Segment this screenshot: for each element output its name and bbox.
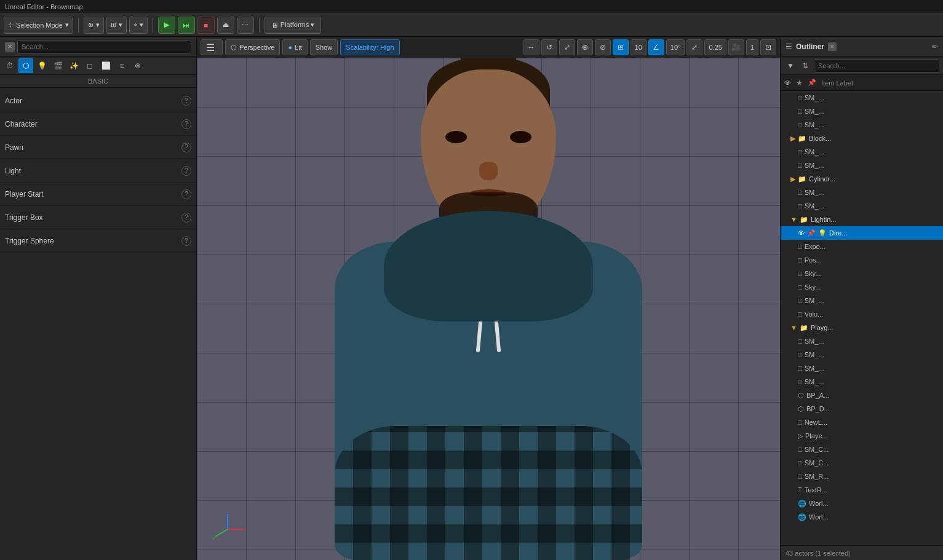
outliner-selected-item[interactable]: 👁 📌 💡 Dire... bbox=[781, 226, 943, 240]
outliner-item[interactable]: □ SM_... bbox=[781, 361, 943, 375]
outliner-item[interactable]: ⬡ BP_D... bbox=[781, 402, 943, 416]
outliner-close-btn[interactable]: ✕ bbox=[828, 42, 837, 51]
eject-btn[interactable]: ⏏ bbox=[217, 17, 234, 34]
outliner-sort-btn[interactable]: ⇅ bbox=[799, 60, 811, 72]
outliner-item[interactable]: □ SM_... bbox=[781, 159, 943, 172]
help-btn-actor[interactable]: ? bbox=[181, 96, 191, 106]
outliner-item[interactable]: □ Volu... bbox=[781, 307, 943, 321]
outliner-folder[interactable]: ▶ 📁 Cylindr... bbox=[781, 172, 943, 186]
close-tab-btn[interactable]: ✕ bbox=[5, 42, 15, 52]
outliner-search-input[interactable] bbox=[814, 59, 939, 73]
outliner-item[interactable]: □ Sky... bbox=[781, 267, 943, 280]
camera-btn[interactable]: ⌖ ▾ bbox=[129, 17, 148, 34]
help-btn-playerstart[interactable]: ? bbox=[181, 189, 191, 199]
outliner-filter-btn[interactable]: ▼ bbox=[784, 60, 797, 72]
stop-btn[interactable]: ■ bbox=[197, 17, 215, 34]
snap-btn[interactable]: ⊞ ▾ bbox=[106, 17, 127, 34]
grid-snap-btn[interactable]: ⊞ bbox=[613, 39, 629, 55]
place-search-input[interactable] bbox=[17, 40, 191, 53]
outliner-item[interactable]: □ SM_... bbox=[781, 294, 943, 307]
grid-size-btn[interactable]: 10 bbox=[631, 39, 647, 55]
viewport-layout-btn[interactable]: ⊡ bbox=[760, 39, 776, 55]
help-btn-triggersphere[interactable]: ? bbox=[181, 236, 191, 246]
outliner-item[interactable]: ▷ Playe... bbox=[781, 429, 943, 443]
help-btn-character[interactable]: ? bbox=[181, 119, 191, 129]
scale-mode-btn[interactable]: ⤢ bbox=[559, 39, 575, 55]
list-item[interactable]: Trigger Sphere ? bbox=[0, 229, 196, 253]
play-btn[interactable]: ▶ bbox=[158, 17, 175, 34]
all-classes-btn[interactable]: ≡ bbox=[114, 58, 129, 73]
outliner-item[interactable]: ⬡ BP_A... bbox=[781, 388, 943, 402]
outliner-item[interactable]: □ SM_... bbox=[781, 91, 943, 105]
camera-speed-btn[interactable]: 🎥 bbox=[728, 39, 744, 55]
translate-mode-btn[interactable]: ↔ bbox=[523, 39, 539, 55]
list-item[interactable]: Light ? bbox=[0, 159, 196, 183]
visual-effects-btn[interactable]: ✨ bbox=[66, 58, 81, 73]
place-icon-toolbar: ⏱ ⬡ 💡 🎬 ✨ ◻ ⬜ ≡ ⊛ bbox=[0, 57, 196, 75]
mesh-icon: □ bbox=[798, 337, 802, 345]
list-item[interactable]: Pawn ? bbox=[0, 136, 196, 159]
basic-btn[interactable]: ⬡ bbox=[18, 58, 33, 73]
list-item[interactable]: Trigger Box ? bbox=[0, 206, 196, 229]
hamburger-btn[interactable]: ☰ bbox=[201, 39, 223, 55]
play-skip-btn[interactable]: ⏭ bbox=[178, 17, 195, 34]
viewport[interactable]: ☰ ⬡ Perspective ● Lit Show Scalability: … bbox=[197, 37, 780, 560]
help-btn-light[interactable]: ? bbox=[181, 166, 191, 176]
scalability-btn[interactable]: Scalability: High bbox=[340, 39, 399, 55]
angle-size-btn[interactable]: 10° bbox=[666, 39, 685, 55]
help-btn-triggerbox[interactable]: ? bbox=[181, 213, 191, 223]
outliner-folder[interactable]: ▶ 📁 Block... bbox=[781, 132, 943, 145]
outliner-folder-lighting[interactable]: ▼ 📁 Lightin... bbox=[781, 213, 943, 226]
outliner-item[interactable]: T TextR... bbox=[781, 483, 943, 497]
viewport-scene[interactable]: X Y Z bbox=[197, 58, 780, 560]
outliner-folder-playg[interactable]: ▼ 📁 Playg... bbox=[781, 321, 943, 334]
outliner-item[interactable]: □ SM_... bbox=[781, 186, 943, 199]
outliner-item[interactable]: □ Sky... bbox=[781, 280, 943, 294]
outliner-item[interactable]: □ SM_... bbox=[781, 105, 943, 118]
outliner-item[interactable]: 🌐 Worl... bbox=[781, 510, 943, 524]
geometry-icon: ◻ bbox=[87, 61, 93, 70]
help-btn-pawn[interactable]: ? bbox=[181, 143, 191, 152]
surface-snapping-btn[interactable]: ⊘ bbox=[595, 39, 611, 55]
outliner-item[interactable]: □ SM_... bbox=[781, 145, 943, 159]
universal-mode-btn[interactable]: ⊕ bbox=[577, 39, 593, 55]
platforms-btn[interactable]: 🖥 Platforms ▾ bbox=[265, 17, 322, 34]
outliner-item[interactable]: □ Expo... bbox=[781, 240, 943, 253]
angle-snap-btn[interactable]: ∠ bbox=[648, 39, 664, 55]
section-label: BASIC bbox=[0, 75, 196, 88]
list-item[interactable]: Character ? bbox=[0, 112, 196, 136]
geometry-btn[interactable]: ◻ bbox=[82, 58, 97, 73]
outliner-item[interactable]: □ SM_... bbox=[781, 334, 943, 348]
outliner-item[interactable]: 🌐 Worl... bbox=[781, 497, 943, 510]
lights-btn[interactable]: 💡 bbox=[34, 58, 49, 73]
outliner-item[interactable]: □ SM_C... bbox=[781, 456, 943, 470]
outliner-item[interactable]: □ SM_R... bbox=[781, 470, 943, 483]
selection-mode-btn[interactable]: ⊹ Selection Mode ▾ bbox=[4, 17, 73, 34]
mesh-icon: □ bbox=[798, 283, 802, 291]
recently-placed-btn[interactable]: ⏱ bbox=[2, 58, 17, 73]
volumes-btn[interactable]: ⬜ bbox=[98, 58, 113, 73]
lit-btn[interactable]: ● Lit bbox=[282, 39, 307, 55]
outliner-item[interactable]: □ Pos... bbox=[781, 253, 943, 267]
list-item[interactable]: Actor ? bbox=[0, 89, 196, 112]
camera-speed-val[interactable]: 1 bbox=[746, 39, 758, 55]
outliner-item[interactable]: □ SM_C... bbox=[781, 443, 943, 456]
outliner-item[interactable]: □ SM_... bbox=[781, 375, 943, 388]
dropdown-arrow-icon: ▾ bbox=[65, 21, 69, 29]
more-btn[interactable]: ⋯ bbox=[237, 17, 254, 34]
cursor-icon: ⊹ bbox=[8, 21, 14, 29]
outliner-item[interactable]: □ NewL... bbox=[781, 416, 943, 429]
sep-3 bbox=[259, 18, 260, 33]
outliner-item[interactable]: □ SM_... bbox=[781, 118, 943, 132]
scale-size-btn[interactable]: 0.25 bbox=[704, 39, 726, 55]
custom-btn[interactable]: ⊛ bbox=[130, 58, 145, 73]
list-item[interactable]: Player Start ? bbox=[0, 183, 196, 206]
perspective-btn[interactable]: ⬡ Perspective bbox=[225, 39, 280, 55]
scale-snap-btn[interactable]: ⤢ bbox=[686, 39, 702, 55]
show-btn[interactable]: Show bbox=[310, 39, 338, 55]
outliner-item[interactable]: □ SM_... bbox=[781, 199, 943, 213]
outliner-item[interactable]: □ SM_... bbox=[781, 348, 943, 361]
add-actor-btn[interactable]: ⊕ ▾ bbox=[84, 17, 104, 34]
cinematic-btn[interactable]: 🎬 bbox=[50, 58, 65, 73]
rotate-mode-btn[interactable]: ↺ bbox=[541, 39, 557, 55]
